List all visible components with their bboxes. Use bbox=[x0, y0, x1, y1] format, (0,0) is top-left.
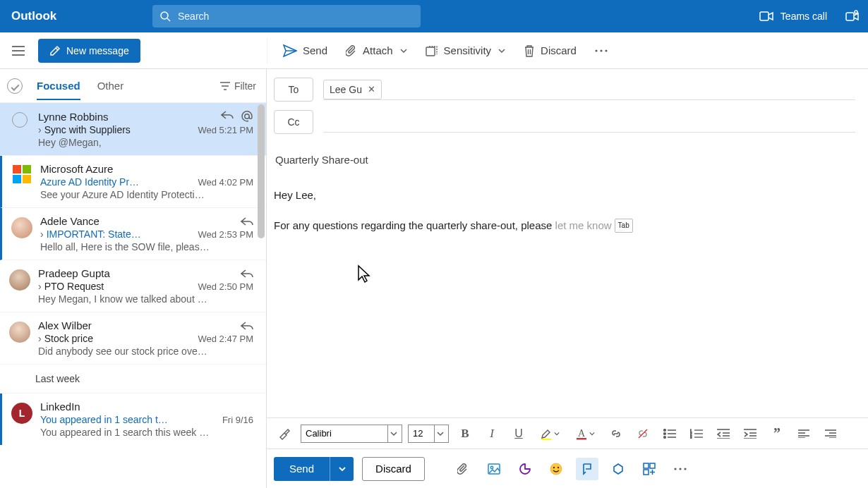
cc-button[interactable]: Cc bbox=[274, 110, 313, 134]
filter-button[interactable]: Filter bbox=[220, 80, 256, 92]
trash-icon bbox=[524, 44, 535, 57]
reply-icon[interactable] bbox=[221, 110, 234, 120]
svg-point-54 bbox=[550, 463, 562, 475]
message-list-pane: Focused Other Filter Lynne Robbins bbox=[0, 69, 267, 488]
timestamp: Wed 2:53 PM bbox=[198, 229, 253, 240]
scrollbar-track[interactable] bbox=[256, 103, 266, 488]
accessibility-check-icon[interactable] bbox=[607, 458, 629, 480]
cc-field[interactable] bbox=[323, 111, 855, 133]
more-actions-icon[interactable] bbox=[669, 458, 692, 480]
decrease-indent-button[interactable] bbox=[713, 423, 734, 444]
discard-button-top[interactable]: Discard bbox=[517, 38, 584, 63]
editor-suggestions-icon[interactable] bbox=[576, 458, 598, 480]
subject: IMPORTANT: State… bbox=[47, 228, 141, 240]
send-button[interactable]: Send bbox=[274, 457, 330, 481]
font-size-combo[interactable] bbox=[408, 425, 449, 443]
compose-action-bar: Send Discard bbox=[267, 449, 868, 488]
highlight-color-button[interactable] bbox=[535, 423, 565, 444]
font-family-combo[interactable] bbox=[301, 425, 402, 443]
increase-indent-button[interactable] bbox=[740, 423, 761, 444]
sender: Alex Wilber bbox=[38, 319, 92, 331]
search-box[interactable] bbox=[152, 5, 421, 28]
message-row[interactable]: Lynne Robbins ›Sync with Suppliers Wed 5… bbox=[0, 103, 266, 156]
message-row[interactable]: L LinkedIn You appeared in 1 search t… F… bbox=[0, 394, 266, 445]
select-circle[interactable] bbox=[12, 112, 28, 128]
align-right-button[interactable] bbox=[820, 423, 841, 444]
email-body-editor[interactable]: Hey Lee, For any questions regarding the… bbox=[267, 170, 868, 417]
numbered-list-button[interactable]: 123 bbox=[686, 423, 707, 444]
bold-button[interactable]: B bbox=[454, 423, 476, 444]
timestamp: Wed 5:21 PM bbox=[198, 125, 253, 135]
font-size-input[interactable] bbox=[409, 428, 434, 439]
font-family-input[interactable] bbox=[301, 428, 387, 439]
new-message-button[interactable]: New message bbox=[38, 39, 140, 63]
subject: Stock price bbox=[44, 333, 93, 344]
insert-link-button[interactable] bbox=[605, 423, 627, 444]
tab-other[interactable]: Other bbox=[97, 71, 124, 100]
more-commands-button[interactable] bbox=[588, 38, 615, 63]
message-row[interactable]: Pradeep Gupta ›PTO Request Wed 2:50 PM H… bbox=[0, 260, 266, 312]
bulleted-list-button[interactable] bbox=[659, 423, 680, 444]
send-split-button[interactable] bbox=[330, 457, 354, 481]
insert-picture-icon[interactable] bbox=[483, 458, 505, 480]
more-icon bbox=[595, 49, 608, 52]
to-field[interactable]: Lee Gu ✕ bbox=[323, 79, 855, 100]
attach-file-icon[interactable] bbox=[452, 458, 474, 480]
font-color-button[interactable]: A bbox=[570, 423, 600, 444]
underline-button[interactable]: U bbox=[508, 423, 529, 444]
chevron-down-icon[interactable] bbox=[434, 425, 445, 442]
remove-recipient-icon[interactable]: ✕ bbox=[368, 84, 375, 94]
sensitivity-button[interactable]: Sensitivity bbox=[418, 38, 513, 63]
date-group-header[interactable]: Last week bbox=[0, 365, 266, 394]
svg-point-13 bbox=[595, 49, 597, 51]
avatar bbox=[9, 322, 30, 343]
send-icon bbox=[283, 44, 297, 57]
reply-icon[interactable] bbox=[241, 269, 253, 279]
timestamp: Wed 2:47 PM bbox=[198, 334, 253, 344]
subject: You appeared in 1 search t… bbox=[40, 414, 168, 425]
tab-focused[interactable]: Focused bbox=[37, 71, 80, 100]
svg-point-56 bbox=[557, 466, 559, 468]
select-all-toggle[interactable] bbox=[7, 78, 23, 94]
preview: Hey @Megan, bbox=[38, 137, 250, 148]
apps-icon[interactable] bbox=[638, 458, 661, 480]
avatar: L bbox=[11, 403, 32, 424]
svg-point-53 bbox=[490, 466, 493, 468]
discard-button[interactable]: Discard bbox=[362, 457, 425, 481]
svg-text:3: 3 bbox=[690, 436, 692, 439]
teams-call-button[interactable]: Teams call bbox=[754, 8, 833, 25]
remove-link-button[interactable] bbox=[632, 423, 653, 444]
text-prediction: let me know bbox=[555, 219, 612, 231]
scrollbar-thumb[interactable] bbox=[258, 104, 265, 238]
quote-button[interactable]: ” bbox=[766, 423, 788, 444]
insert-loop-icon[interactable] bbox=[514, 458, 536, 480]
compose-icon bbox=[49, 45, 61, 56]
format-painter-button[interactable] bbox=[274, 423, 295, 444]
message-row[interactable]: Microsoft Azure Azure AD Identity Pr… We… bbox=[0, 156, 266, 208]
recipient-chip[interactable]: Lee Gu ✕ bbox=[323, 80, 382, 99]
send-button-top[interactable]: Send bbox=[276, 38, 334, 63]
attach-button[interactable]: Attach bbox=[339, 38, 414, 63]
chevron-down-icon bbox=[400, 44, 407, 56]
subject-input[interactable] bbox=[274, 150, 826, 170]
message-row[interactable]: Adele Vance ›IMPORTANT: State… Wed 2:53 … bbox=[0, 208, 266, 260]
nav-toggle-button[interactable] bbox=[8, 41, 28, 61]
reply-icon[interactable] bbox=[241, 216, 253, 226]
microsoft-logo-icon bbox=[13, 165, 31, 183]
meet-now-icon[interactable] bbox=[845, 10, 860, 23]
subject: Azure AD Identity Pr… bbox=[40, 176, 139, 188]
chevron-down-icon[interactable] bbox=[387, 425, 399, 442]
body-text-line: Hey Lee, bbox=[274, 187, 858, 203]
italic-button[interactable]: I bbox=[481, 423, 502, 444]
message-list[interactable]: Lynne Robbins ›Sync with Suppliers Wed 5… bbox=[0, 103, 266, 488]
to-button[interactable]: To bbox=[274, 78, 313, 102]
reply-icon[interactable] bbox=[241, 321, 253, 331]
thread-arrow-icon: › bbox=[38, 333, 42, 344]
insert-emoji-icon[interactable] bbox=[545, 458, 567, 480]
align-left-button[interactable] bbox=[793, 423, 814, 444]
svg-rect-58 bbox=[650, 463, 655, 468]
message-row[interactable]: Alex Wilber ›Stock price Wed 2:47 PM Did… bbox=[0, 312, 266, 365]
search-input[interactable] bbox=[178, 11, 414, 22]
preview: See your Azure AD Identity Protecti… bbox=[40, 189, 252, 200]
format-toolbar: B I U A 123 bbox=[267, 417, 868, 449]
